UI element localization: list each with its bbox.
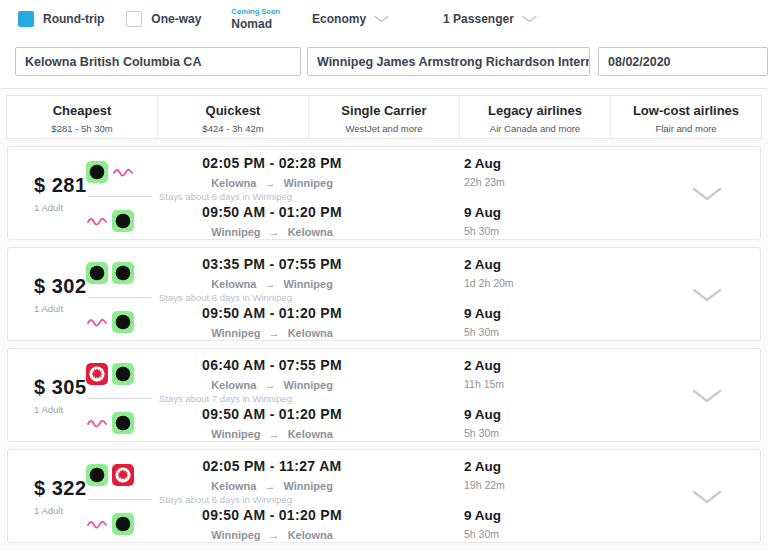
airline-logos bbox=[86, 412, 156, 434]
stay-note-row: Stays about 6 days in Winnipeg bbox=[86, 494, 760, 506]
departure-time-range: 09:50 AM - 01:20 PM bbox=[156, 406, 388, 422]
outbound-segment: 03:35 PM - 07:55 PM Kelowna → Winnipeg 2… bbox=[86, 255, 760, 291]
green-carrier-logo-icon bbox=[86, 161, 108, 183]
expand-chevron-icon[interactable] bbox=[692, 490, 722, 504]
stay-note-row: Stays about 7 days in Winnipeg bbox=[86, 393, 760, 405]
route: Winnipeg → Kelowna bbox=[156, 327, 388, 339]
airline-logos bbox=[86, 513, 156, 535]
tab-low-cost-airlines[interactable]: Low-cost airlines Flair and more bbox=[610, 96, 761, 138]
airline-logos bbox=[86, 161, 156, 183]
tab-title: Low-cost airlines bbox=[611, 103, 761, 118]
outbound-segment: 06:40 AM - 07:55 PM Kelowna → Winnipeg 2… bbox=[86, 356, 760, 392]
flight-card[interactable]: $ 281 1 Adult 02:05 PM - 02:28 PM Kelown… bbox=[7, 146, 761, 240]
route: Winnipeg → Kelowna bbox=[156, 226, 388, 238]
one-way-label: One-way bbox=[151, 12, 201, 26]
price: $ 322 bbox=[34, 477, 86, 500]
flight-date: 2 Aug bbox=[464, 358, 504, 373]
flight-date: 2 Aug bbox=[464, 156, 505, 171]
flight-duration: 5h 30m bbox=[464, 528, 501, 540]
passenger-count: 1 Adult bbox=[34, 404, 86, 415]
tab-subtitle: $424 - 3h 42m bbox=[158, 123, 308, 134]
expand-chevron-icon[interactable] bbox=[692, 187, 722, 201]
cabin-class-dropdown[interactable]: Economy bbox=[312, 12, 389, 26]
tab-single-carrier[interactable]: Single Carrier WestJet and more bbox=[308, 96, 459, 138]
round-trip-label: Round-trip bbox=[43, 12, 104, 26]
flight-date: 2 Aug bbox=[464, 257, 514, 272]
departure-time-range: 09:50 AM - 01:20 PM bbox=[156, 204, 388, 220]
flight-duration: 5h 30m bbox=[464, 326, 501, 338]
departure-time-range: 06:40 AM - 07:55 PM bbox=[156, 357, 388, 373]
green-carrier-logo-icon bbox=[112, 210, 134, 232]
tab-title: Quickest bbox=[158, 103, 308, 118]
swoop-logo-icon bbox=[86, 210, 108, 232]
flight-duration: 5h 30m bbox=[464, 427, 501, 439]
airline-logos bbox=[86, 210, 156, 232]
itinerary: 02:05 PM - 02:28 PM Kelowna → Winnipeg 2… bbox=[86, 147, 760, 239]
stay-note: Stays about 6 days in Winnipeg bbox=[159, 292, 292, 303]
flight-card[interactable]: $ 322 1 Adult 02:05 PM - 11:27 AM Kelown… bbox=[7, 449, 761, 543]
route: Kelowna → Winnipeg bbox=[156, 379, 388, 391]
fare-filter-tabbar: Cheapest $281 - 5h 30m Quickest $424 - 3… bbox=[6, 95, 762, 139]
stay-note-row: Stays about 6 days in Winnipeg bbox=[86, 292, 760, 304]
one-way-checkbox[interactable] bbox=[126, 11, 142, 27]
stay-note: Stays about 6 days in Winnipeg bbox=[159, 191, 292, 202]
air-canada-logo-icon bbox=[112, 464, 134, 486]
return-segment: 09:50 AM - 01:20 PM Winnipeg → Kelowna 9… bbox=[86, 405, 760, 441]
swoop-logo-icon bbox=[112, 161, 134, 183]
flight-duration: 22h 23m bbox=[464, 176, 505, 188]
flight-date: 9 Aug bbox=[464, 205, 501, 220]
itinerary: 06:40 AM - 07:55 PM Kelowna → Winnipeg 2… bbox=[86, 349, 760, 441]
passengers-dropdown[interactable]: 1 Passenger bbox=[443, 12, 537, 26]
coming-soon-badge: Coming Soon bbox=[231, 8, 280, 16]
swoop-logo-icon bbox=[86, 311, 108, 333]
destination-input[interactable] bbox=[307, 47, 590, 76]
tab-legacy-airlines[interactable]: Legacy airlines Air Canada and more bbox=[459, 96, 610, 138]
expand-chevron-icon[interactable] bbox=[692, 389, 722, 403]
header-divider bbox=[0, 88, 768, 89]
trip-options-toolbar: Round-trip One-way Coming Soon Nomad Eco… bbox=[0, 0, 768, 38]
passenger-count: 1 Adult bbox=[34, 505, 86, 516]
flight-duration: 1d 2h 20m bbox=[464, 277, 514, 289]
green-carrier-logo-icon bbox=[86, 464, 108, 486]
tab-title: Legacy airlines bbox=[460, 103, 610, 118]
return-segment: 09:50 AM - 01:20 PM Winnipeg → Kelowna 9… bbox=[86, 304, 760, 340]
outbound-segment: 02:05 PM - 11:27 AM Kelowna → Winnipeg 2… bbox=[86, 457, 760, 493]
cabin-class-value: Economy bbox=[312, 12, 366, 26]
chevron-down-icon bbox=[374, 15, 389, 23]
green-carrier-logo-icon bbox=[112, 311, 134, 333]
passenger-count: 1 Adult bbox=[34, 202, 86, 213]
round-trip-checkbox[interactable] bbox=[18, 11, 34, 27]
tab-cheapest[interactable]: Cheapest $281 - 5h 30m bbox=[7, 96, 157, 138]
tab-title: Single Carrier bbox=[309, 103, 459, 118]
tab-subtitle: Air Canada and more bbox=[460, 123, 610, 134]
departure-time-range: 02:05 PM - 02:28 PM bbox=[156, 155, 388, 171]
route: Kelowna → Winnipeg bbox=[156, 177, 388, 189]
round-trip-option[interactable]: Round-trip bbox=[18, 11, 104, 27]
flight-date: 9 Aug bbox=[464, 407, 501, 422]
expand-chevron-icon[interactable] bbox=[692, 288, 722, 302]
depart-date-input[interactable] bbox=[598, 47, 768, 76]
itinerary: 02:05 PM - 11:27 AM Kelowna → Winnipeg 2… bbox=[86, 450, 760, 542]
swoop-logo-icon bbox=[86, 412, 108, 434]
tab-quickest[interactable]: Quickest $424 - 3h 42m bbox=[157, 96, 308, 138]
departure-time-range: 03:35 PM - 07:55 PM bbox=[156, 256, 388, 272]
departure-time-range: 09:50 AM - 01:20 PM bbox=[156, 507, 388, 523]
green-carrier-logo-icon bbox=[86, 262, 108, 284]
passenger-count: 1 Adult bbox=[34, 303, 86, 314]
nomad-menu-item[interactable]: Coming Soon Nomad bbox=[231, 8, 280, 31]
segment-divider bbox=[88, 196, 152, 197]
flight-card[interactable]: $ 302 1 Adult 03:35 PM - 07:55 PM Kelown… bbox=[7, 247, 761, 341]
tab-subtitle: $281 - 5h 30m bbox=[7, 123, 157, 134]
route: Winnipeg → Kelowna bbox=[156, 428, 388, 440]
route: Kelowna → Winnipeg bbox=[156, 480, 388, 492]
flight-duration: 19h 22m bbox=[464, 479, 505, 491]
stay-note: Stays about 7 days in Winnipeg bbox=[159, 393, 292, 404]
outbound-segment: 02:05 PM - 02:28 PM Kelowna → Winnipeg 2… bbox=[86, 154, 760, 190]
flight-card[interactable]: $ 305 1 Adult 06:40 AM - 07:55 PM Kelown… bbox=[7, 348, 761, 442]
origin-input[interactable] bbox=[15, 47, 301, 76]
one-way-option[interactable]: One-way bbox=[126, 11, 201, 27]
price: $ 281 bbox=[34, 174, 86, 197]
price-block: $ 322 1 Adult bbox=[8, 450, 86, 542]
tab-subtitle: WestJet and more bbox=[309, 123, 459, 134]
tab-subtitle: Flair and more bbox=[611, 123, 761, 134]
